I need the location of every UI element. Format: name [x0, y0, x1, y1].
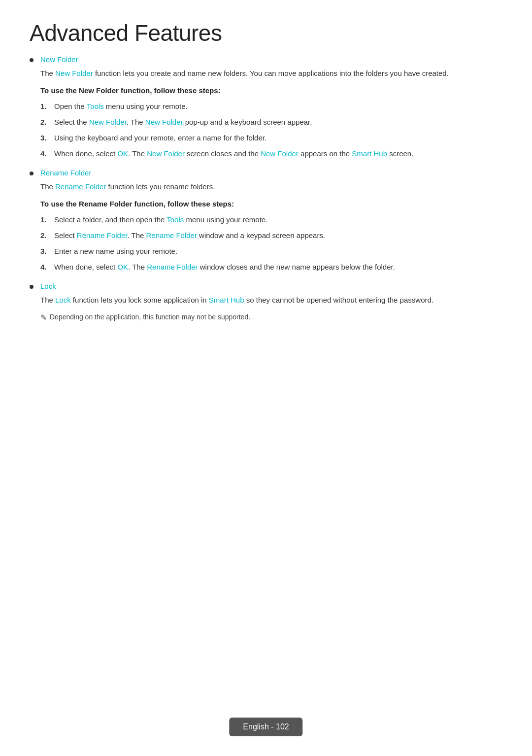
bullet-dot	[30, 58, 33, 62]
bullet-dot	[30, 172, 33, 175]
section-lock: Lock The Lock function lets you lock som…	[30, 282, 502, 322]
step-number: 3.	[40, 132, 54, 144]
link-smart-hub-2[interactable]: Smart Hub	[209, 296, 244, 304]
step-number: 3.	[40, 245, 54, 257]
section-rename-folder: Rename Folder The Rename Folder function…	[30, 169, 502, 273]
link-smart-hub-1[interactable]: Smart Hub	[352, 149, 387, 158]
link-new-folder-inline[interactable]: New Folder	[55, 69, 93, 77]
step-number: 2.	[40, 230, 54, 241]
step-number: 1.	[40, 214, 54, 226]
step-item: 3. Enter a new name using your remote.	[40, 245, 502, 257]
step-item: 4. When done, select OK. The Rename Fold…	[40, 261, 502, 273]
section-new-folder: New Folder The New Folder function lets …	[30, 55, 502, 160]
step-item: 3. Using the keyboard and your remote, e…	[40, 132, 502, 144]
page-container: Advanced Features New Folder The New Fol…	[0, 0, 532, 371]
new-folder-description: The New Folder function lets you create …	[40, 68, 502, 79]
bullet-new-folder: New Folder	[30, 55, 502, 64]
link-new-folder-4a[interactable]: New Folder	[147, 149, 185, 158]
link-new-folder-2b[interactable]: New Folder	[145, 118, 183, 126]
step-text: Select Rename Folder. The Rename Folder …	[54, 230, 502, 241]
new-folder-steps-list: 1. Open the Tools menu using your remote…	[40, 101, 502, 160]
footer-badge: English - 102	[229, 718, 302, 736]
step-item: 1. Select a folder, and then open the To…	[40, 214, 502, 226]
step-text: Open the Tools menu using your remote.	[54, 101, 502, 112]
page-title: Advanced Features	[30, 20, 502, 46]
step-item: 2. Select Rename Folder. The Rename Fold…	[40, 230, 502, 241]
link-rename-folder-4[interactable]: Rename Folder	[147, 263, 198, 271]
link-new-folder[interactable]: New Folder	[40, 55, 78, 64]
link-ok-2[interactable]: OK	[117, 263, 128, 271]
step-text: When done, select OK. The Rename Folder …	[54, 261, 502, 273]
new-folder-steps-heading: To use the New Folder function, follow t…	[40, 86, 502, 95]
step-number: 2.	[40, 116, 54, 128]
link-tools-2[interactable]: Tools	[166, 215, 184, 224]
rename-folder-description: The Rename Folder function lets you rena…	[40, 181, 502, 193]
link-rename-folder-2a[interactable]: Rename Folder	[77, 231, 128, 240]
step-item: 2. Select the New Folder. The New Folder…	[40, 116, 502, 128]
link-rename-folder-inline[interactable]: Rename Folder	[55, 182, 106, 191]
step-text: Using the keyboard and your remote, ente…	[54, 132, 502, 144]
rename-folder-steps-list: 1. Select a folder, and then open the To…	[40, 214, 502, 273]
note-text: Depending on the application, this funct…	[50, 313, 250, 321]
step-number: 1.	[40, 101, 54, 112]
step-text: Enter a new name using your remote.	[54, 245, 502, 257]
rename-folder-steps-heading: To use the Rename Folder function, follo…	[40, 200, 502, 208]
step-item: 4. When done, select OK. The New Folder …	[40, 148, 502, 160]
step-text: Select the New Folder. The New Folder po…	[54, 116, 502, 128]
lock-description: The Lock function lets you lock some app…	[40, 294, 502, 306]
note-icon: ✎	[40, 313, 47, 322]
link-lock[interactable]: Lock	[40, 282, 56, 290]
step-text: Select a folder, and then open the Tools…	[54, 214, 502, 226]
lock-note: ✎ Depending on the application, this fun…	[40, 313, 502, 322]
step-number: 4.	[40, 148, 54, 160]
link-new-folder-2a[interactable]: New Folder	[89, 118, 127, 126]
link-tools-1[interactable]: Tools	[87, 102, 104, 110]
link-rename-folder-2b[interactable]: Rename Folder	[146, 231, 197, 240]
link-ok-1[interactable]: OK	[117, 149, 128, 158]
step-text: When done, select OK. The New Folder scr…	[54, 148, 502, 160]
bullet-rename-folder: Rename Folder	[30, 169, 502, 177]
step-item: 1. Open the Tools menu using your remote…	[40, 101, 502, 112]
bullet-lock: Lock	[30, 282, 502, 290]
link-rename-folder[interactable]: Rename Folder	[40, 169, 91, 177]
step-number: 4.	[40, 261, 54, 273]
link-lock-inline[interactable]: Lock	[55, 296, 71, 304]
bullet-dot	[30, 285, 33, 289]
link-new-folder-4b[interactable]: New Folder	[261, 149, 299, 158]
